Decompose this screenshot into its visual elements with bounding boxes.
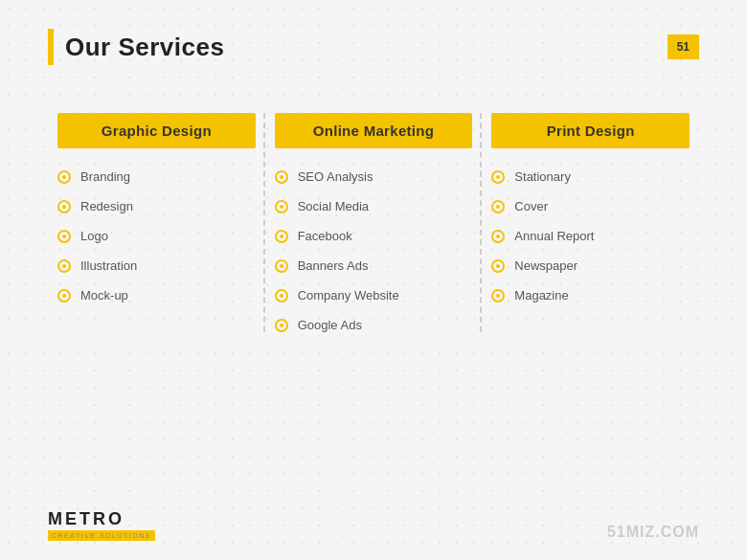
bullet-icon <box>275 259 288 273</box>
bullet-icon <box>57 259 71 273</box>
bullet-icon <box>57 170 71 184</box>
list-item: Illustration <box>57 258 256 273</box>
list-item: Banners Ads <box>275 258 473 273</box>
service-header-online-marketing: Online Marketing <box>275 113 473 148</box>
header: Our Services 51 <box>48 29 699 65</box>
list-item: Google Ads <box>275 318 473 332</box>
list-item: Redesign <box>57 199 256 213</box>
footer: METRO CREATIVE SOLUTIONS 51MIZ.COM <box>48 509 699 541</box>
bullet-icon <box>491 230 505 243</box>
service-list-print-design: StationaryCoverAnnual ReportNewspaperMag… <box>491 169 690 302</box>
watermark: 51MIZ.COM <box>607 524 699 541</box>
logo-text: METRO <box>48 509 124 529</box>
header-accent <box>48 29 54 65</box>
list-item-label: Magazine <box>514 288 568 302</box>
bullet-icon <box>491 259 505 273</box>
service-list-online-marketing: SEO AnalysisSocial MediaFacebookBanners … <box>275 169 473 332</box>
list-item: Cover <box>491 199 690 213</box>
list-item-label: SEO Analysis <box>298 169 374 184</box>
list-item-label: Mock-up <box>80 288 128 302</box>
list-item: Newspaper <box>491 258 690 273</box>
list-item-label: Google Ads <box>298 318 362 332</box>
bullet-icon <box>275 200 288 213</box>
list-item-label: Facebook <box>298 229 352 243</box>
bullet-icon <box>275 319 288 332</box>
list-item-label: Newspaper <box>514 258 577 273</box>
list-item-label: Banners Ads <box>298 258 369 273</box>
page-title: Our Services <box>65 33 224 62</box>
list-item: Stationary <box>491 169 690 184</box>
logo-area: METRO CREATIVE SOLUTIONS <box>48 509 155 541</box>
list-item: Magazine <box>491 288 690 302</box>
service-list-graphic-design: BrandingRedesignLogoIllustrationMock-up <box>57 169 256 302</box>
logo-tagline: CREATIVE SOLUTIONS <box>48 530 155 541</box>
bullet-icon <box>275 170 288 184</box>
service-header-print-design: Print Design <box>491 113 690 148</box>
bullet-icon <box>491 289 505 302</box>
bullet-icon <box>491 170 505 184</box>
page-number: 51 <box>668 34 699 59</box>
bullet-icon <box>57 230 71 243</box>
bullet-icon <box>275 289 288 302</box>
list-item: Social Media <box>275 199 473 213</box>
service-col-online-marketing: Online MarketingSEO AnalysisSocial Media… <box>265 113 483 332</box>
service-col-print-design: Print DesignStationaryCoverAnnual Report… <box>482 113 699 332</box>
list-item-label: Logo <box>80 229 108 243</box>
bullet-icon <box>57 200 71 213</box>
service-header-graphic-design: Graphic Design <box>57 113 256 148</box>
bullet-icon <box>491 200 505 213</box>
service-col-graphic-design: Graphic DesignBrandingRedesignLogoIllust… <box>48 113 265 332</box>
header-left: Our Services <box>48 29 224 65</box>
list-item-label: Cover <box>514 199 548 213</box>
list-item: Mock-up <box>57 288 256 302</box>
list-item: Annual Report <box>491 229 690 243</box>
list-item: Company Website <box>275 288 473 302</box>
bullet-icon <box>57 289 71 302</box>
list-item-label: Branding <box>80 169 130 184</box>
list-item: SEO Analysis <box>275 169 473 184</box>
list-item: Branding <box>57 169 256 184</box>
list-item-label: Stationary <box>514 169 571 184</box>
page: Our Services 51 Graphic DesignBrandingRe… <box>0 0 747 560</box>
list-item: Facebook <box>275 229 473 243</box>
services-grid: Graphic DesignBrandingRedesignLogoIllust… <box>48 113 699 332</box>
list-item-label: Illustration <box>80 258 137 273</box>
list-item-label: Company Website <box>298 288 399 302</box>
list-item-label: Redesign <box>80 199 133 213</box>
list-item-label: Social Media <box>298 199 369 213</box>
list-item: Logo <box>57 229 256 243</box>
list-item-label: Annual Report <box>514 229 594 243</box>
bullet-icon <box>275 230 288 243</box>
